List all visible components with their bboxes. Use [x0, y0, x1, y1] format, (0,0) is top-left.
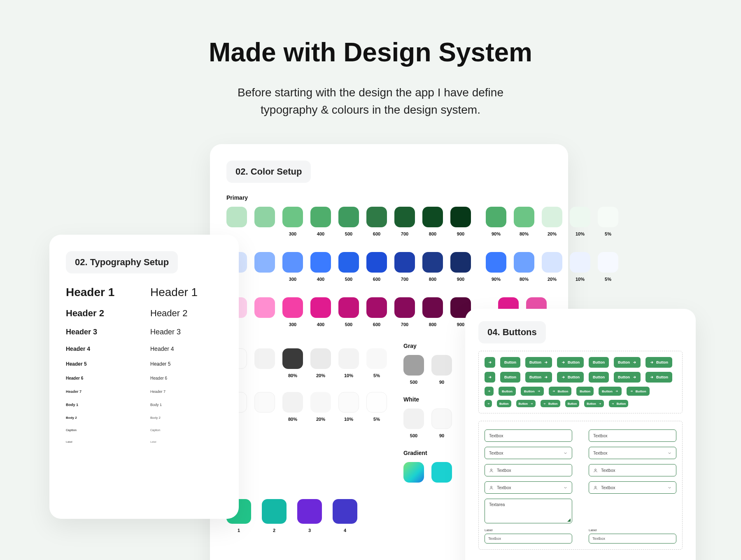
swatch	[310, 207, 331, 227]
button[interactable]: Button	[521, 387, 544, 396]
swatch	[338, 348, 359, 369]
swatch	[338, 297, 359, 318]
textarea[interactable]: Textarea	[485, 499, 572, 523]
button[interactable]: Button	[589, 357, 609, 368]
swatch	[338, 252, 359, 273]
button[interactable]: Button	[557, 372, 584, 383]
button[interactable]: Button	[549, 387, 572, 396]
swatch	[254, 207, 275, 227]
buttons-badge: 04. Buttons	[478, 321, 546, 343]
svg-point-0	[491, 469, 492, 470]
typo-h5-regular: Header 5	[150, 361, 222, 367]
swatch	[422, 252, 443, 273]
page-subtitle: Before starting with the design the app …	[0, 84, 741, 119]
buttons-card: 04. Buttons Button Button Button Button …	[465, 309, 696, 560]
textbox[interactable]: Textbox	[589, 429, 676, 442]
blue-row: 300 400 500 600 700 800 900 90% 80% 20% …	[226, 252, 552, 282]
typo-label-bold: Label	[66, 441, 138, 443]
textbox-user-dropdown[interactable]: Textbox	[485, 481, 572, 494]
typo-body1-regular: Body 1	[150, 403, 222, 407]
swatch	[333, 499, 357, 524]
swatch	[254, 252, 275, 273]
typo-h2-regular: Header 2	[150, 308, 222, 319]
button: Button	[525, 372, 552, 383]
swatch	[403, 462, 424, 483]
swatch	[403, 355, 424, 376]
swatch	[598, 252, 618, 273]
swatch	[310, 252, 331, 273]
button[interactable]: Button	[576, 387, 594, 396]
textbox-dropdown[interactable]: Textbox	[485, 447, 572, 459]
swatch	[366, 207, 387, 227]
gray-dual-row: 80% 20% 10% 5%	[226, 348, 387, 378]
button[interactable]: Button	[614, 372, 641, 383]
button[interactable]: Button	[565, 400, 580, 407]
textbox-dropdown[interactable]: Textbox	[589, 447, 676, 459]
inputs-group: Textbox Textbox Textbox Textbox Textbox …	[478, 421, 683, 550]
icon-button[interactable]	[485, 357, 495, 368]
typography-setup-card: 02. Typography Setup Header 1 Header 2 H…	[49, 235, 239, 519]
button[interactable]: Button	[497, 400, 511, 407]
textbox[interactable]: Textbox	[485, 429, 572, 442]
typo-h3-regular: Header 3	[150, 328, 222, 336]
typo-body1-bold: Body 1	[66, 403, 138, 407]
textbox-labeled[interactable]: Textbox	[485, 534, 572, 544]
swatch	[310, 297, 331, 318]
button[interactable]: Button	[645, 357, 672, 368]
user-icon	[489, 468, 494, 473]
button[interactable]: Button	[525, 357, 552, 368]
button[interactable]: Button	[589, 372, 609, 383]
typo-h6-bold: Header 6	[66, 376, 138, 380]
swatch	[282, 297, 303, 318]
swatch	[431, 355, 452, 376]
typo-h3-bold: Header 3	[66, 328, 138, 336]
swatch	[431, 462, 452, 483]
button[interactable]: Button	[614, 357, 641, 368]
button[interactable]: Button	[499, 387, 516, 396]
button[interactable]: Button	[584, 400, 604, 407]
swatch	[394, 297, 415, 318]
swatch	[542, 252, 562, 273]
button[interactable]: Button	[557, 357, 584, 368]
typo-h4-regular: Header 4	[150, 345, 222, 352]
swatch	[394, 207, 415, 227]
swatch	[310, 392, 331, 413]
button[interactable]: Button	[645, 372, 672, 383]
textbox-user-dropdown[interactable]: Textbox	[589, 481, 676, 494]
typo-h5-bold: Header 5	[66, 361, 138, 367]
button[interactable]: Button	[500, 357, 520, 368]
swatch	[598, 207, 618, 227]
icon-button[interactable]	[485, 400, 492, 407]
swatch	[486, 252, 506, 273]
field-label: Label	[589, 528, 676, 532]
textbox-user[interactable]: Textbox	[589, 464, 676, 476]
typo-h1-bold: Header 1	[66, 286, 138, 299]
user-icon	[593, 485, 598, 490]
textbox-user[interactable]: Textbox	[485, 464, 572, 476]
swatch	[422, 207, 443, 227]
button[interactable]: Button	[609, 400, 629, 407]
swatch	[366, 252, 387, 273]
swatch	[570, 207, 590, 227]
swatch	[542, 207, 562, 227]
svg-point-2	[491, 486, 492, 488]
typo-label-regular: Label	[150, 441, 222, 443]
icon-button[interactable]	[485, 372, 495, 383]
button[interactable]: Button	[516, 400, 536, 407]
textbox-labeled[interactable]: Textbox	[589, 534, 676, 544]
swatch	[297, 499, 322, 524]
swatch	[514, 252, 534, 273]
color-setup-badge: 02. Color Setup	[226, 161, 311, 183]
typo-h7-bold: Header 7	[66, 390, 138, 394]
button[interactable]: Button	[500, 372, 520, 383]
button[interactable]: Button	[541, 400, 560, 407]
button[interactable]: Button	[599, 387, 622, 396]
typo-body2-bold: Body 2	[66, 416, 138, 420]
button[interactable]: Button	[627, 387, 650, 396]
icon-button[interactable]	[485, 387, 494, 396]
user-icon	[593, 468, 598, 473]
typo-body2-regular: Body 2	[150, 416, 222, 420]
chevron-down-icon	[563, 485, 568, 490]
swatch	[262, 499, 287, 524]
swatch	[486, 207, 506, 227]
